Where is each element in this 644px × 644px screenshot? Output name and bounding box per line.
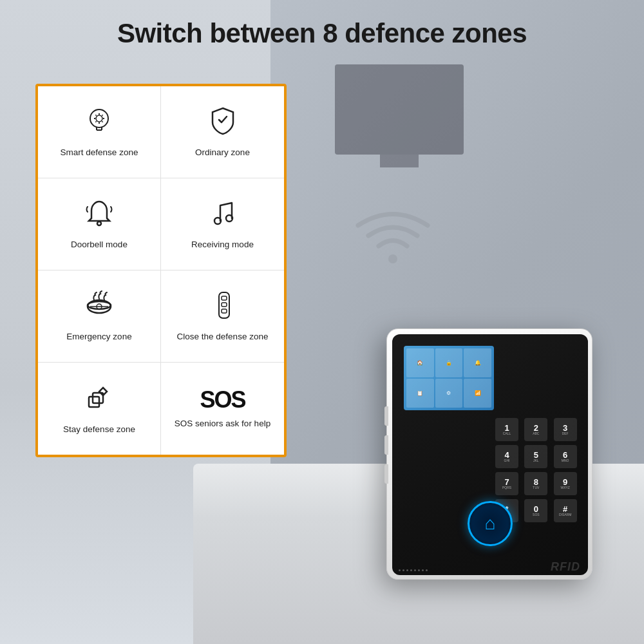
zone-ordinary-label: Ordinary zone bbox=[195, 147, 250, 158]
device-glass: 🏠 🔒 🔔 📋 ⚙ 📶 1CALL2ABC3DEF4GHI5JKL6MNO7PQ… bbox=[392, 334, 588, 575]
zone-receiving-label: Receiving mode bbox=[191, 239, 254, 251]
side-button-1[interactable] bbox=[384, 406, 388, 426]
svg-point-13 bbox=[97, 222, 101, 225]
device-screen: 🏠 🔒 🔔 📋 ⚙ 📶 bbox=[404, 346, 494, 410]
speaker-grille bbox=[399, 569, 428, 571]
zone-emergency-label: Emergency zone bbox=[66, 331, 131, 343]
svg-rect-22 bbox=[222, 303, 227, 307]
screen-btn-6[interactable]: 📶 bbox=[464, 379, 491, 408]
zone-sos: SOS SOS seniors ask for help bbox=[161, 363, 284, 455]
bell-icon bbox=[84, 198, 115, 232]
svg-rect-24 bbox=[89, 397, 99, 407]
brain-cog-icon bbox=[84, 106, 115, 140]
device-keypad: 1CALL2ABC3DEF4GHI5JKL6MNO7PQRS8TUV9WXYZ*… bbox=[495, 418, 579, 522]
music-note-icon bbox=[207, 198, 238, 232]
svg-line-7 bbox=[102, 122, 102, 122]
zone-doorbell: Doorbell mode bbox=[38, 178, 161, 270]
svg-point-26 bbox=[388, 254, 397, 263]
svg-rect-23 bbox=[222, 309, 227, 313]
screen-btn-2[interactable]: 🔒 bbox=[435, 348, 463, 377]
zone-close-defense-label: Close the defense zone bbox=[177, 331, 269, 343]
side-button-3[interactable] bbox=[384, 464, 388, 484]
screen-btn-3[interactable]: 🔔 bbox=[464, 348, 491, 377]
key-button-#[interactable]: #DISARM bbox=[554, 499, 577, 522]
key-button-6[interactable]: 6MNO bbox=[554, 445, 577, 468]
zone-ordinary: Ordinary zone bbox=[161, 86, 284, 178]
home-button[interactable]: ⌂ bbox=[468, 501, 513, 546]
zone-stay-defense-label: Stay defense zone bbox=[63, 424, 135, 435]
shield-icon bbox=[207, 106, 238, 140]
zone-stay-defense: Stay defense zone bbox=[38, 363, 161, 455]
screen-btn-4[interactable]: 📋 bbox=[406, 379, 434, 408]
home-icon: ⌂ bbox=[485, 513, 496, 534]
zones-card: Smart defense zone Ordinary zone Doorbel… bbox=[35, 84, 287, 457]
key-fob-icon bbox=[207, 290, 238, 325]
wifi-symbol bbox=[354, 206, 431, 273]
zone-smart-defense-label: Smart defense zone bbox=[61, 147, 138, 158]
rfid-label: RFID bbox=[551, 560, 580, 574]
key-button-8[interactable]: 8TUV bbox=[524, 472, 547, 495]
zone-sos-label: SOS seniors ask for help bbox=[175, 418, 270, 430]
key-button-3[interactable]: 3DEF bbox=[554, 418, 577, 441]
zone-smart-defense: Smart defense zone bbox=[38, 86, 161, 178]
screen-inner: 🏠 🔒 🔔 📋 ⚙ 📶 bbox=[404, 346, 494, 410]
svg-rect-21 bbox=[222, 296, 227, 300]
svg-point-17 bbox=[88, 301, 111, 309]
zone-doorbell-label: Doorbell mode bbox=[71, 239, 128, 251]
background-monitor bbox=[335, 64, 464, 155]
svg-line-8 bbox=[102, 115, 102, 116]
key-button-4[interactable]: 4GHI bbox=[495, 445, 518, 468]
screen-btn-1[interactable]: 🏠 bbox=[406, 348, 434, 377]
side-button-2[interactable] bbox=[384, 435, 388, 455]
key-button-0[interactable]: 0SOS bbox=[524, 499, 547, 522]
smoke-detector-icon bbox=[84, 290, 115, 325]
sos-icon: SOS bbox=[200, 388, 245, 412]
zone-receiving: Receiving mode bbox=[161, 178, 284, 270]
key-button-7[interactable]: 7PQRS bbox=[495, 472, 518, 495]
svg-line-6 bbox=[95, 115, 96, 116]
svg-point-1 bbox=[96, 115, 102, 122]
key-button-1[interactable]: 1CALL bbox=[495, 418, 518, 441]
shapes-icon bbox=[84, 383, 115, 417]
device-body: 🏠 🔒 🔔 📋 ⚙ 📶 1CALL2ABC3DEF4GHI5JKL6MNO7PQ… bbox=[386, 328, 592, 580]
key-button-9[interactable]: 9WXYZ bbox=[554, 472, 577, 495]
zone-emergency: Emergency zone bbox=[38, 270, 161, 363]
svg-point-0 bbox=[90, 109, 108, 128]
screen-btn-5[interactable]: ⚙ bbox=[435, 379, 463, 408]
key-button-2[interactable]: 2ABC bbox=[524, 418, 547, 441]
key-button-5[interactable]: 5JKL bbox=[524, 445, 547, 468]
page-title: Switch between 8 defence zones bbox=[0, 18, 644, 49]
zone-close-defense: Close the defense zone bbox=[161, 270, 284, 363]
alarm-device: 🏠 🔒 🔔 📋 ⚙ 📶 1CALL2ABC3DEF4GHI5JKL6MNO7PQ… bbox=[386, 328, 605, 605]
svg-line-9 bbox=[95, 122, 96, 122]
